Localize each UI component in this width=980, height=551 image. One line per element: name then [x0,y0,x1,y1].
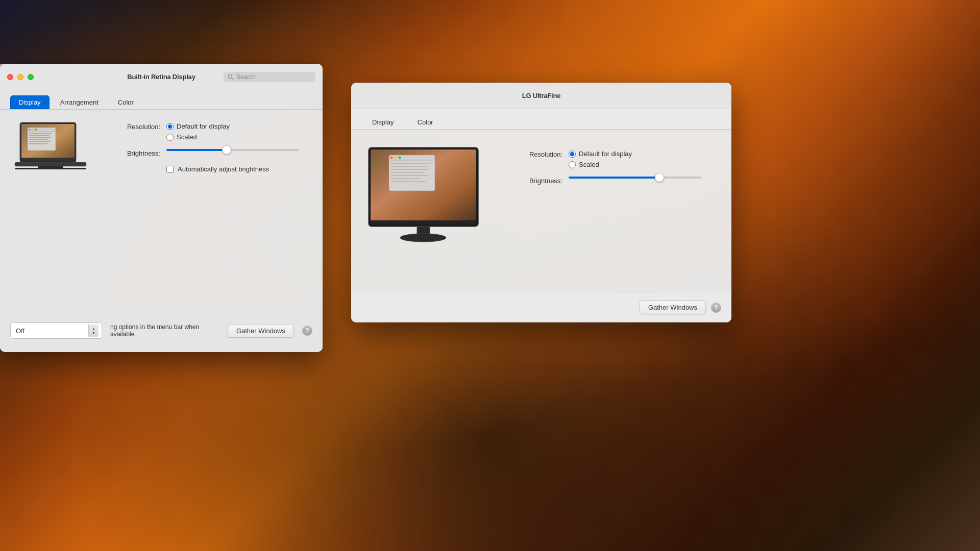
resolution-default-radio[interactable] [166,123,174,130]
lg-resolution-scaled-radio[interactable] [569,161,576,168]
tab-display[interactable]: Display [10,95,50,109]
search-icon [228,74,234,80]
search-bar[interactable]: Search [224,72,315,82]
builtin-titlebar: Built-in Retina Display Search [0,64,323,90]
settings-panel: Resolution: Default for display Scaled [104,120,310,188]
builtin-tabs: Display Arrangement Color [0,90,323,110]
svg-point-13 [35,129,37,131]
lg-bottom-bar: Gather Windows ? [351,292,731,322]
svg-rect-18 [29,141,51,142]
builtin-display-window: Built-in Retina Display Search Display A… [0,64,323,352]
lg-resolution-label: Resolution: [506,150,562,158]
display-preview-area: Resolution: Default for display Scaled [12,120,310,188]
laptop-svg [12,120,89,186]
lg-content: Resolution: Default for display Scaled B… [351,130,731,264]
builtin-content: Resolution: Default for display Scaled [0,110,323,209]
maximize-button[interactable] [28,74,34,80]
svg-rect-37 [391,178,422,179]
brightness-slider-container [166,149,310,151]
lg-resolution-default-option[interactable]: Default for display [569,150,632,158]
brightness-slider[interactable] [166,149,299,151]
brightness-row: Brightness: [104,149,310,157]
builtin-window-title: Built-in Retina Display [127,73,195,81]
resolution-label: Resolution: [104,122,160,131]
lg-display-window: LG UltraFine Display Color [351,83,731,322]
monitor-preview [363,145,491,249]
lg-resolution-scaled-option[interactable]: Scaled [569,161,632,168]
resolution-scaled-option[interactable]: Scaled [166,133,230,141]
dropdown-arrow-icon: ▲ ▼ [88,324,99,337]
tab-color[interactable]: Color [109,95,142,109]
lg-titlebar: LG UltraFine [351,83,731,109]
svg-rect-15 [29,135,50,136]
tab-arrangement[interactable]: Arrangement [52,95,107,109]
svg-rect-32 [391,163,431,164]
lg-brightness-row: Brightness: [506,177,719,185]
monitor-svg [363,145,486,247]
resolution-row: Resolution: Default for display Scaled [104,122,310,141]
resolution-default-option[interactable]: Default for display [166,122,230,130]
lg-window-title: LG UltraFine [522,92,561,99]
gather-windows-button[interactable]: Gather Windows [228,324,294,338]
svg-point-12 [32,129,34,131]
menu-bar-text: ng options in the menu bar when availabl… [110,323,219,338]
svg-point-4 [229,74,232,78]
auto-brightness-row[interactable]: Automatically adjust brightness [166,165,310,173]
brightness-label: Brightness: [104,149,160,157]
lg-brightness-slider[interactable] [569,177,701,179]
lg-resolution-row: Resolution: Default for display Scaled [506,150,719,168]
svg-rect-14 [29,133,52,134]
traffic-lights [7,74,34,80]
svg-rect-36 [391,175,428,176]
lg-resolution-radio-group: Default for display Scaled [569,150,632,168]
help-button[interactable]: ? [302,325,312,336]
svg-point-31 [399,157,401,159]
lg-resolution-scaled-label: Scaled [579,161,599,168]
search-label: Search [236,73,256,81]
svg-rect-33 [391,166,427,167]
lg-resolution-default-label: Default for display [579,150,632,158]
svg-rect-21 [15,162,86,166]
lg-tab-display[interactable]: Display [361,115,405,129]
svg-point-29 [390,157,393,159]
builtin-bottom-bar: Off ▲ ▼ ng options in the menu bar when … [0,309,323,352]
svg-point-30 [395,157,397,159]
svg-rect-23 [15,168,86,169]
svg-point-41 [400,234,446,242]
svg-rect-39 [371,220,476,224]
svg-rect-35 [391,172,424,173]
svg-rect-19 [29,143,47,144]
resolution-radio-group: Default for display Scaled [166,122,230,141]
svg-rect-34 [391,169,429,170]
lg-brightness-label: Brightness: [506,177,562,185]
lg-brightness-slider-container [569,177,719,179]
lg-settings-panel: Resolution: Default for display Scaled B… [506,145,719,249]
resolution-scaled-radio[interactable] [166,134,174,141]
svg-rect-17 [29,139,48,140]
close-button[interactable] [7,74,13,80]
auto-brightness-checkbox[interactable] [166,166,174,173]
minimize-button[interactable] [17,74,23,80]
dropdown-value: Off [16,327,24,335]
lg-resolution-default-radio[interactable] [569,151,576,158]
lg-gather-windows-button[interactable]: Gather Windows [640,300,706,314]
svg-rect-16 [29,137,51,138]
svg-line-5 [232,78,233,80]
lg-tab-color[interactable]: Color [407,115,444,129]
svg-point-11 [29,129,31,131]
laptop-preview [12,120,94,188]
lg-help-button[interactable]: ? [711,303,721,313]
lg-tabs: Display Color [351,109,731,130]
resolution-default-label: Default for display [177,122,230,130]
svg-rect-38 [391,181,426,182]
resolution-scaled-label: Scaled [177,133,197,141]
svg-rect-20 [21,158,75,161]
night-shift-dropdown[interactable]: Off ▲ ▼ [10,322,102,339]
auto-brightness-label: Automatically adjust brightness [178,165,269,173]
